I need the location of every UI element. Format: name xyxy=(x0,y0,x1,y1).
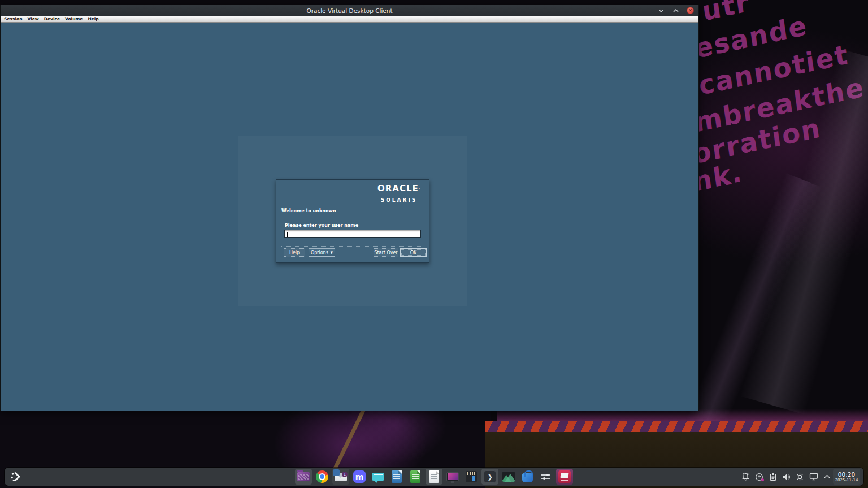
close-button[interactable]: ✕ xyxy=(687,7,694,14)
taskbar-app-settings[interactable] xyxy=(537,469,554,485)
clock-widget[interactable]: 00:20 2025-11-14 xyxy=(833,469,860,485)
taskbar-app-screen-recorder[interactable] xyxy=(556,469,573,485)
vdc-titlebar[interactable]: Oracle Virtual Desktop Client ✕ xyxy=(1,5,698,16)
notifications-bell-icon[interactable] xyxy=(741,472,750,482)
writer-document-icon xyxy=(392,470,402,483)
vdc-menubar: Session View Device Volume Help xyxy=(1,16,698,23)
taskbar-app-mastodon[interactable]: m xyxy=(351,469,368,485)
desktop: utr esande cannotiet mbreakthe orration … xyxy=(0,0,868,488)
taskbar-app-calc[interactable] xyxy=(407,469,424,485)
taskbar-app-text-editor[interactable] xyxy=(426,469,442,485)
clipboard-icon[interactable] xyxy=(768,472,778,482)
brightness-icon[interactable] xyxy=(795,472,805,482)
terminal-icon: ❯ xyxy=(484,470,496,483)
volume-icon[interactable] xyxy=(782,472,791,482)
clock-time: 00:20 xyxy=(838,472,855,478)
app-launcher-button[interactable] xyxy=(10,470,22,483)
brand-trademark: ’ xyxy=(419,187,420,191)
brand-text: ORACLE xyxy=(377,184,419,194)
window-controls: ✕ xyxy=(657,5,694,16)
menu-session[interactable]: Session xyxy=(4,16,22,21)
solaris-login-dialog: ORACLE’ SOLARIS Welcome to unknown Pleas… xyxy=(276,179,429,263)
username-prompt: Please enter your user name xyxy=(285,223,424,228)
welcome-message: Welcome to unknown xyxy=(281,208,336,213)
taskbar-app-chat[interactable] xyxy=(370,469,387,485)
taskbar-app-mail[interactable]: 1 xyxy=(332,469,349,485)
start-over-button[interactable]: Start Over xyxy=(374,248,398,257)
image-viewer-icon xyxy=(502,472,515,482)
mail-accent xyxy=(333,469,340,476)
taskbar-app-strip: 1 m ❯ xyxy=(295,468,573,485)
username-input[interactable] xyxy=(285,230,420,237)
options-label: Options xyxy=(311,250,328,255)
help-button[interactable]: Help xyxy=(284,248,305,257)
mail-icon: 1 xyxy=(335,473,347,481)
taskbar-app-mixer[interactable] xyxy=(463,469,480,485)
maximize-button[interactable] xyxy=(672,7,680,15)
clock-date: 2025-11-14 xyxy=(835,478,858,482)
taskbar-app-media-display[interactable] xyxy=(444,469,461,485)
username-field-frame xyxy=(284,230,421,238)
taskbar-app-chrome[interactable] xyxy=(314,469,331,485)
chrome-icon xyxy=(316,470,328,483)
menu-volume[interactable]: Volume xyxy=(65,16,83,21)
chat-icon xyxy=(372,473,384,481)
remote-desktop-area: ORACLE’ SOLARIS Welcome to unknown Pleas… xyxy=(1,23,698,411)
display-icon[interactable] xyxy=(809,472,818,482)
screen-fill xyxy=(448,473,458,480)
menu-help[interactable]: Help xyxy=(88,16,98,21)
brand-sub-text: SOLARIS xyxy=(377,197,421,203)
unread-count-badge: 1 xyxy=(342,472,348,477)
menu-view[interactable]: View xyxy=(27,16,38,21)
update-badge-dot xyxy=(761,478,764,481)
taskbar-app-writer[interactable] xyxy=(388,469,405,485)
media-display-icon xyxy=(446,472,459,481)
taskbar-app-terminal[interactable]: ❯ xyxy=(481,469,498,485)
expand-chevron-up-icon[interactable] xyxy=(822,472,832,482)
system-tray xyxy=(741,468,832,486)
software-store-icon xyxy=(522,473,533,482)
file-manager-icon xyxy=(297,472,310,481)
wallpaper-hazard-stripe xyxy=(485,421,868,432)
menu-device[interactable]: Device xyxy=(44,16,60,21)
minimize-button[interactable] xyxy=(657,7,665,15)
dropdown-arrow-icon: ▼ xyxy=(331,251,333,254)
launcher-icon xyxy=(10,471,21,482)
taskbar-app-store[interactable] xyxy=(519,469,536,485)
settings-sliders-icon xyxy=(540,471,552,482)
window-title: Oracle Virtual Desktop Client xyxy=(1,7,698,14)
vdc-window: Oracle Virtual Desktop Client ✕ Session … xyxy=(0,5,699,411)
text-caret xyxy=(287,232,288,237)
username-groupbox: Please enter your user name xyxy=(281,220,424,247)
calc-document-icon xyxy=(410,470,420,483)
updates-icon[interactable] xyxy=(754,472,764,482)
screen-recorder-icon xyxy=(558,470,571,483)
taskbar-app-image-viewer[interactable] xyxy=(500,469,517,485)
chevron-down-icon xyxy=(658,9,664,12)
text-editor-icon xyxy=(429,470,439,483)
mastodon-icon: m xyxy=(353,470,366,483)
ok-button[interactable]: OK xyxy=(400,248,427,257)
oracle-solaris-logo: ORACLE’ SOLARIS xyxy=(377,185,421,203)
taskbar: 1 m ❯ xyxy=(5,468,863,486)
options-button[interactable]: Options ▼ xyxy=(309,248,335,257)
taskbar-app-file-manager[interactable] xyxy=(295,469,312,485)
audio-mixer-icon xyxy=(466,471,477,482)
chevron-up-icon xyxy=(673,9,679,12)
